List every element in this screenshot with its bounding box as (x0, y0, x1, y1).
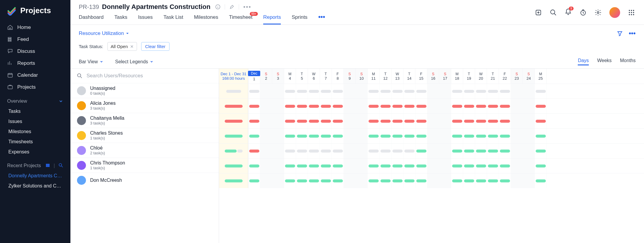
utilization-bar[interactable] (380, 164, 391, 167)
timer-icon[interactable] (580, 9, 587, 16)
search-icon[interactable] (58, 163, 63, 168)
utilization-bar[interactable] (392, 120, 403, 123)
utilization-bar[interactable] (249, 90, 259, 93)
legends-dropdown[interactable]: Select Legends (115, 59, 153, 64)
nav-projects[interactable]: Projects (0, 81, 70, 93)
utilization-bar[interactable] (249, 120, 259, 123)
utilization-bar[interactable] (488, 164, 498, 167)
utilization-bar[interactable] (249, 150, 259, 153)
user-avatar[interactable] (609, 7, 620, 18)
utilization-bar[interactable] (464, 179, 474, 182)
utilization-bar[interactable] (369, 120, 379, 123)
resource-row[interactable]: Chloé 2 task(s) (70, 143, 219, 158)
utilization-bar[interactable] (380, 120, 391, 123)
report-selector[interactable]: Resource Utilization (79, 30, 129, 36)
utilization-bar[interactable] (416, 150, 426, 153)
utilization-bar[interactable] (416, 135, 426, 138)
utilization-bar[interactable] (416, 120, 426, 123)
utilization-bar[interactable] (297, 150, 307, 153)
close-icon[interactable]: ✕ (130, 44, 134, 49)
scale-days[interactable]: Days (578, 58, 588, 65)
nav-home[interactable]: Home (0, 21, 70, 33)
utilization-bar[interactable] (476, 179, 486, 182)
utilization-bar[interactable] (380, 105, 391, 108)
utilization-bar[interactable] (416, 90, 426, 93)
utilization-bar[interactable] (309, 135, 319, 138)
utilization-bar[interactable] (392, 150, 403, 153)
utilization-bar[interactable] (488, 150, 498, 153)
utilization-bar[interactable] (369, 105, 379, 108)
utilization-bar[interactable] (476, 105, 486, 108)
utilization-bar[interactable] (333, 179, 343, 182)
tab-timesheet[interactable]: Timesheet99+ (229, 14, 252, 24)
utilization-bar[interactable] (309, 105, 319, 108)
utilization-bar[interactable] (452, 179, 462, 182)
tab-milestones[interactable]: Milestones (194, 14, 218, 24)
utilization-bar[interactable] (488, 135, 498, 138)
utilization-bar[interactable] (476, 120, 486, 123)
utilization-bar[interactable] (404, 164, 415, 167)
utilization-bar[interactable] (392, 179, 403, 182)
utilization-bar[interactable] (380, 150, 391, 153)
utilization-bar[interactable] (249, 105, 259, 108)
utilization-bar[interactable] (452, 120, 462, 123)
tab-reports[interactable]: Reports (263, 14, 281, 24)
utilization-bar[interactable] (321, 179, 331, 182)
resource-row[interactable]: Chris Thompson 1 task(s) (70, 158, 219, 173)
gear-icon[interactable] (594, 9, 602, 16)
utilization-bar[interactable] (416, 179, 426, 182)
utilization-bar[interactable] (333, 105, 343, 108)
utilization-bar[interactable] (297, 164, 307, 167)
utilization-bar[interactable] (369, 135, 379, 138)
utilization-bar[interactable] (285, 90, 295, 93)
search-icon[interactable] (550, 9, 557, 16)
tabs-more-icon[interactable]: ••• (318, 13, 325, 23)
utilization-bar[interactable] (285, 164, 295, 167)
utilization-bar[interactable] (392, 164, 403, 167)
status-chip[interactable]: All Open ✕ (107, 42, 137, 51)
utilization-bar[interactable] (297, 90, 307, 93)
nav-discuss[interactable]: Discuss (0, 45, 70, 57)
utilization-bar[interactable] (333, 150, 343, 153)
utilization-bar[interactable] (380, 135, 391, 138)
utilization-bar[interactable] (369, 164, 379, 167)
filter-icon[interactable] (617, 30, 623, 36)
app-logo[interactable]: Projects (0, 5, 70, 21)
resource-row[interactable]: Don McCreesh (70, 173, 219, 187)
utilization-bar[interactable] (321, 90, 331, 93)
utilization-bar[interactable] (321, 120, 331, 123)
utilization-bar[interactable] (404, 150, 415, 153)
utilization-bar[interactable] (369, 150, 379, 153)
utilization-bar[interactable] (464, 135, 474, 138)
add-icon[interactable] (535, 9, 542, 16)
utilization-bar[interactable] (536, 164, 546, 167)
utilization-bar[interactable] (333, 135, 343, 138)
utilization-bar[interactable] (392, 135, 403, 138)
utilization-bar[interactable] (416, 105, 426, 108)
utilization-bar[interactable] (369, 90, 379, 93)
nav-calendar[interactable]: Calendar (0, 69, 70, 81)
utilization-bar[interactable] (392, 105, 403, 108)
scale-weeks[interactable]: Weeks (597, 58, 612, 65)
apps-icon[interactable] (628, 9, 635, 16)
utilization-bar[interactable] (452, 90, 462, 93)
resource-row[interactable]: Unassigned 0 task(s) (70, 83, 219, 98)
utilization-bar[interactable] (536, 150, 546, 153)
utilization-bar[interactable] (369, 179, 379, 182)
utilization-bar[interactable] (249, 179, 259, 182)
utilization-bar[interactable] (333, 164, 343, 167)
scale-months[interactable]: Months (620, 58, 636, 65)
utilization-bar[interactable] (536, 135, 546, 138)
tab-issues[interactable]: Issues (138, 14, 153, 24)
utilization-bar[interactable] (404, 179, 415, 182)
utilization-bar[interactable] (309, 120, 319, 123)
overview-header[interactable]: Overview (0, 93, 70, 106)
utilization-bar[interactable] (297, 135, 307, 138)
resource-row[interactable]: Chaitanya Mella 3 task(s) (70, 113, 219, 128)
utilization-bar[interactable] (464, 150, 474, 153)
utilization-bar[interactable] (404, 135, 415, 138)
utilization-bar[interactable] (488, 90, 498, 93)
utilization-bar[interactable] (404, 90, 415, 93)
utilization-bar[interactable] (321, 164, 331, 167)
utilization-bar[interactable] (488, 179, 498, 182)
